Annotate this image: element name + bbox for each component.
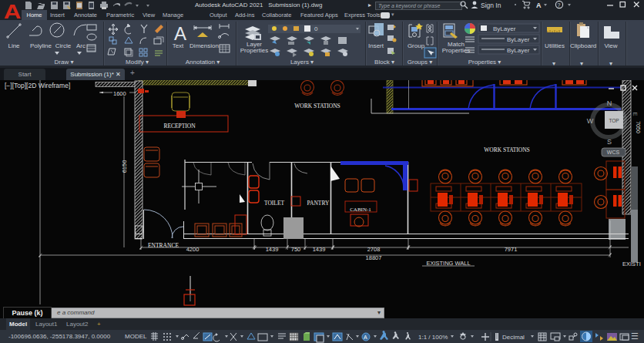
svg-text:TOILET: TOILET bbox=[264, 200, 285, 207]
svg-text:TOP: TOP bbox=[609, 118, 619, 123]
svg-text:Decimal: Decimal bbox=[502, 334, 525, 341]
svg-text:ByLayer: ByLayer bbox=[507, 36, 530, 43]
svg-text:2708: 2708 bbox=[367, 246, 381, 253]
svg-text:7050: 7050 bbox=[636, 121, 641, 133]
svg-text:ByLayer: ByLayer bbox=[507, 47, 530, 54]
svg-text:1:1 / 100%: 1:1 / 100% bbox=[418, 334, 448, 341]
svg-text:WORK STATIONS: WORK STATIONS bbox=[484, 146, 530, 153]
svg-text:1600: 1600 bbox=[113, 90, 126, 97]
svg-text:EXISTING WALL: EXISTING WALL bbox=[426, 260, 470, 267]
svg-text:ByLayer: ByLayer bbox=[493, 25, 516, 32]
svg-text:N: N bbox=[607, 99, 612, 107]
svg-text:S: S bbox=[607, 138, 612, 146]
svg-text:A: A bbox=[174, 23, 186, 44]
svg-text:?: ? bbox=[558, 2, 561, 8]
svg-text:4200: 4200 bbox=[186, 246, 200, 253]
svg-text:PANTRY: PANTRY bbox=[307, 200, 330, 207]
svg-text:750: 750 bbox=[291, 246, 301, 253]
svg-text:0: 0 bbox=[314, 25, 318, 32]
svg-text:W: W bbox=[587, 117, 594, 125]
svg-text:RECEPTION: RECEPTION bbox=[163, 123, 196, 129]
svg-text:A: A bbox=[536, 2, 542, 9]
svg-text:WORK STATIONS: WORK STATIONS bbox=[294, 103, 340, 109]
svg-text:1439: 1439 bbox=[266, 246, 279, 253]
svg-text:WCS: WCS bbox=[607, 150, 620, 155]
svg-text:A: A bbox=[364, 335, 367, 340]
svg-text:6150: 6150 bbox=[121, 160, 128, 173]
svg-text:Sign In: Sign In bbox=[481, 2, 501, 9]
svg-text:EXISTI: EXISTI bbox=[622, 261, 641, 267]
svg-text:[−][Top][2D Wireframe]: [−][Top][2D Wireframe] bbox=[5, 82, 70, 89]
svg-text:7971: 7971 bbox=[505, 246, 518, 253]
svg-text:A: A bbox=[4, 1, 22, 20]
svg-text:18807: 18807 bbox=[366, 254, 382, 261]
svg-text:ENTRANCE: ENTRANCE bbox=[148, 242, 179, 249]
svg-text:1439: 1439 bbox=[313, 246, 326, 253]
svg-text:E: E bbox=[632, 112, 639, 116]
